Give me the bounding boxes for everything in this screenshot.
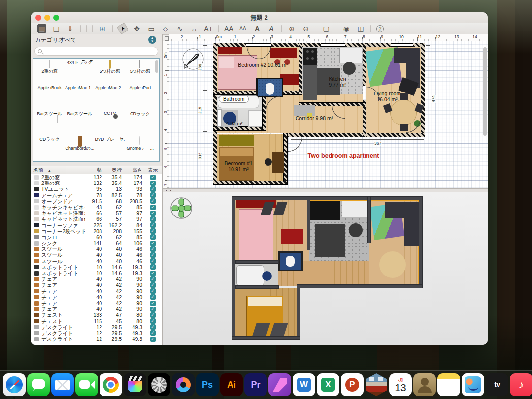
furniture-list-header[interactable]: 名前 ▲ 幅 奥行 高さ 表示 (31, 166, 162, 174)
dock-icon-compressor[interactable] (148, 373, 170, 396)
catalog-item[interactable]: Apple iBook (34, 85, 65, 111)
visible-checkbox[interactable] (150, 276, 156, 282)
furniture-row[interactable]: TVユニット 95 13 93 (31, 186, 162, 192)
close-button[interactable] (35, 15, 41, 21)
help-icon[interactable]: ? (376, 25, 384, 32)
room-label-bedroom2[interactable]: Bedroom #2 10.61 m² (224, 62, 302, 68)
visible-checkbox[interactable] (150, 228, 156, 234)
catalog-item[interactable]: Apple iPod (125, 85, 155, 111)
select-tool-icon[interactable]: ➤ (117, 23, 129, 35)
furniture-row[interactable]: チェスト 133 47 80 (31, 312, 162, 318)
visible-checkbox[interactable] (150, 175, 156, 180)
dimension-label[interactable]: 474 (431, 95, 436, 103)
toolbar-separator[interactable] (112, 25, 113, 32)
create-polylines-icon[interactable]: ∿ (175, 24, 184, 33)
plan-cabinet[interactable] (248, 110, 262, 127)
room-area-bathroom[interactable]: 4.83 m² (222, 121, 247, 126)
wall[interactable] (284, 133, 287, 184)
wall[interactable] (363, 43, 366, 86)
visible-checkbox[interactable] (150, 246, 156, 252)
visible-checkbox[interactable] (150, 312, 156, 318)
catalog-item[interactable]: 2重の窓 (34, 60, 65, 85)
zoom-in-icon[interactable]: ⊕ (287, 24, 296, 33)
wall[interactable] (421, 43, 425, 137)
dock-icon-safari[interactable] (3, 373, 26, 396)
furniture-row[interactable]: アームチェア 78 82.5 78 (31, 192, 162, 198)
furniture-row[interactable]: シンク 141 64 106 (31, 240, 162, 246)
title-bar[interactable]: 無題 2 (31, 12, 488, 23)
plan-scrollbar[interactable] (483, 47, 487, 136)
create-dimensions-icon[interactable]: ↔ (190, 24, 199, 33)
catalog-item[interactable]: Barスツール (34, 111, 65, 136)
dock-icon-word[interactable]: W (293, 373, 315, 396)
wall[interactable] (213, 43, 217, 184)
furniture-row[interactable]: チェア 40 42 90 (31, 288, 162, 294)
minimize-button[interactable] (44, 15, 50, 21)
visible-checkbox[interactable] (150, 307, 156, 312)
dock-icon-messages[interactable] (27, 373, 50, 396)
plan-washer[interactable] (217, 109, 222, 127)
dock-icon-appletv[interactable]: tv (486, 373, 508, 396)
room-wc[interactable] (256, 78, 283, 97)
category-stepper-icon[interactable]: ▲▼ (148, 36, 156, 44)
dock-icon-powerpoint[interactable]: P (341, 373, 364, 396)
visible-checkbox[interactable] (150, 198, 156, 204)
create-rooms-icon[interactable]: ◇ (161, 24, 170, 33)
dimension-label[interactable]: 367 (374, 141, 382, 146)
visible-checkbox[interactable] (150, 186, 156, 192)
dock-icon-music[interactable]: ♪ (510, 373, 532, 396)
catalog-item[interactable]: CCTV (95, 111, 125, 136)
furniture-row[interactable]: デスクライト 12 29.5 49.3 (31, 324, 162, 330)
3d-navigation-compass[interactable] (169, 196, 193, 220)
visible-checkbox[interactable] (150, 288, 156, 294)
virtual-visit-icon[interactable]: ▢ (322, 24, 331, 33)
catalog-item[interactable]: DVD プレーヤ... (95, 136, 125, 162)
zoom-button[interactable] (53, 15, 59, 21)
catalog-scrollbar[interactable] (155, 60, 158, 73)
furniture-row[interactable]: チェア 40 42 90 (31, 300, 162, 306)
window-gap[interactable] (246, 43, 271, 47)
furniture-row[interactable]: 2重の窓 132 35.4 174 (31, 180, 162, 186)
visible-checkbox[interactable] (150, 282, 156, 288)
plan-wardrobe[interactable] (219, 135, 254, 146)
furniture-row[interactable]: 2重の窓 132 35.4 174 (31, 174, 162, 180)
dock-icon-excel[interactable]: X (317, 373, 339, 396)
dimension-line[interactable] (428, 45, 428, 175)
visible-checkbox[interactable] (150, 294, 156, 300)
toolbar-separator[interactable] (218, 25, 219, 32)
catalog-item[interactable]: CDラック (125, 111, 155, 136)
plan-stove[interactable] (303, 48, 317, 65)
toolbar-separator[interactable] (316, 25, 316, 32)
furniture-row[interactable]: コンロ 60 62 85 (31, 234, 162, 240)
sweet-home-3d-window[interactable]: 無題 2 ⌂▤⇓↺↻✂▣▦⊞➤✥▭◇∿↔A+AAAAAA⊕⊖▢◉◫? カテゴリ:… (31, 12, 488, 345)
dock-icon-mail[interactable] (51, 373, 74, 396)
increase-text-size-icon[interactable]: AA (224, 24, 233, 33)
dock-icon-illustrator[interactable]: Ai (220, 373, 243, 396)
column-width[interactable]: 幅 (85, 167, 103, 174)
open-plan-icon[interactable]: ▤ (52, 24, 61, 33)
visible-checkbox[interactable] (150, 324, 156, 330)
room-label-bedroom1[interactable]: Bedroom #110.91 m² (218, 160, 259, 172)
video-icon[interactable]: ◫ (356, 24, 365, 33)
toolbar-separator[interactable] (80, 25, 81, 32)
plan-desk-red[interactable] (270, 48, 297, 58)
catalog-item[interactable]: 5つ枠の窓 (125, 60, 155, 85)
add-text-icon[interactable]: A+ (204, 24, 213, 33)
furniture-row[interactable]: コーナーソファ 225 162.2 84 (31, 222, 162, 228)
create-walls-icon[interactable]: ▭ (147, 24, 156, 33)
dock-icon-sweethome[interactable] (365, 373, 388, 396)
visible-checkbox[interactable] (150, 318, 156, 324)
window-gap[interactable] (391, 43, 413, 47)
furniture-row[interactable]: コーナー2段ベッド 208 208 155 (31, 228, 162, 234)
dock-icon-freeform[interactable] (462, 373, 484, 396)
dock[interactable]: Ps Ai Pr W (0, 370, 532, 399)
wall[interactable] (363, 100, 366, 137)
dock-icon-calendar[interactable]: 7月 13 (389, 373, 412, 396)
toolbar-separator[interactable] (86, 25, 87, 32)
photo-icon[interactable]: ◉ (342, 24, 351, 33)
wall[interactable] (263, 94, 266, 130)
catalog-item[interactable]: Chambordの... (65, 136, 95, 162)
visible-checkbox[interactable] (150, 192, 156, 198)
visible-checkbox[interactable] (150, 264, 156, 270)
3d-house-model[interactable] (232, 196, 423, 340)
